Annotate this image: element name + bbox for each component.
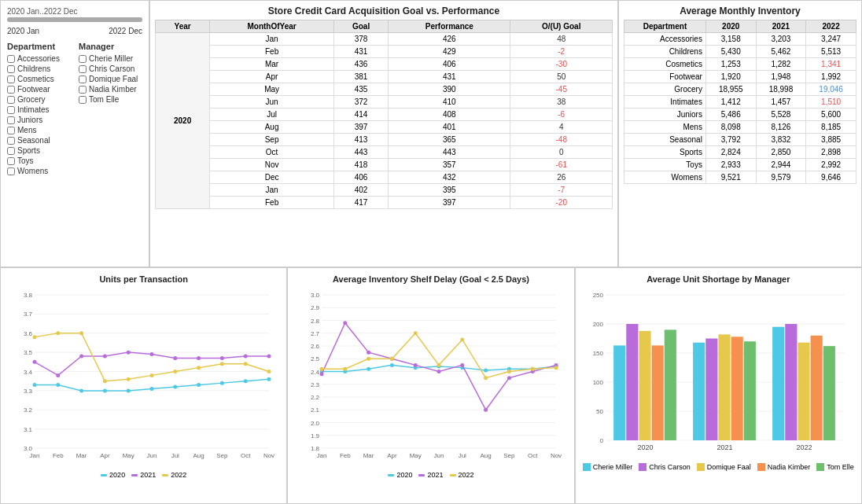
cb-tomelle[interactable]: Tom Elle bbox=[79, 95, 142, 104]
delay-dot-2020 bbox=[388, 474, 394, 476]
table-cell: Feb bbox=[210, 197, 334, 209]
table-cell: 50 bbox=[510, 71, 613, 83]
cb-mens[interactable]: Mens bbox=[7, 126, 71, 134]
svg-text:Jan: Jan bbox=[30, 452, 40, 459]
inv-table-cell: 3,792 bbox=[705, 134, 756, 146]
legend-rect-cherie bbox=[583, 463, 591, 471]
cb-childrens[interactable]: Childrens bbox=[7, 64, 71, 73]
cb-juniors[interactable]: Juniors bbox=[7, 116, 71, 124]
cb-intimates[interactable]: Intimates bbox=[7, 105, 71, 114]
svg-text:1.8: 1.8 bbox=[311, 445, 320, 452]
inv-table-cell: 5,513 bbox=[806, 46, 856, 58]
svg-text:Mar: Mar bbox=[363, 452, 374, 459]
slider-track[interactable] bbox=[7, 17, 142, 22]
table-cell: Jan bbox=[210, 33, 334, 46]
svg-point-35 bbox=[173, 385, 177, 389]
svg-text:150: 150 bbox=[592, 350, 603, 357]
inv-table-cell: 9,646 bbox=[806, 171, 856, 184]
shelf-delay-panel: Average Inventory Shelf Delay (Goal < 2.… bbox=[287, 267, 574, 504]
cb-cosmetics[interactable]: Cosmetics bbox=[7, 75, 71, 83]
table-cell: Nov bbox=[210, 159, 334, 171]
svg-text:Nov: Nov bbox=[263, 452, 274, 459]
svg-point-112 bbox=[367, 351, 370, 355]
shelf-delay-title: Average Inventory Shelf Delay (Goal < 2.… bbox=[294, 274, 567, 284]
cb-sports[interactable]: Sports bbox=[7, 146, 71, 155]
table-cell: 401 bbox=[389, 121, 510, 134]
inv-table-cell: Juniors bbox=[624, 109, 706, 121]
table-cell: 413 bbox=[333, 134, 388, 146]
delay-dot-2021 bbox=[418, 474, 425, 476]
inv-table-cell: 5,430 bbox=[705, 46, 756, 58]
inventory-title: Average Monthly Inventory bbox=[624, 6, 856, 17]
dept-filter-col: Department Accessories Childrens Cosmeti… bbox=[7, 42, 71, 177]
cb-chris[interactable]: Chris Carson bbox=[79, 64, 142, 73]
filter-columns: Department Accessories Childrens Cosmeti… bbox=[7, 42, 142, 177]
cb-domique[interactable]: Domique Faal bbox=[79, 75, 142, 83]
date-end: 2022 Dec bbox=[109, 27, 142, 35]
svg-text:3.1: 3.1 bbox=[24, 426, 33, 433]
table-cell: 418 bbox=[333, 159, 388, 171]
cb-nadia[interactable]: Nadia Kimber bbox=[79, 85, 142, 94]
table-cell: 406 bbox=[333, 171, 388, 184]
units-transaction-panel: Units per Transaction 3.03.13.23.33.43.5… bbox=[0, 267, 287, 504]
slider-fill bbox=[7, 17, 142, 22]
cb-grocery[interactable]: Grocery bbox=[7, 95, 71, 104]
table-cell: -6 bbox=[510, 109, 613, 121]
table-cell: May bbox=[210, 83, 334, 96]
table-cell: Jun bbox=[210, 96, 334, 109]
svg-rect-156 bbox=[772, 327, 784, 440]
inventory-panel: Average Monthly Inventory Department 202… bbox=[618, 0, 862, 267]
date-start: 2020 Jan bbox=[7, 27, 39, 35]
table-cell: Aug bbox=[210, 121, 334, 134]
table-cell: 397 bbox=[389, 197, 510, 209]
svg-point-130 bbox=[531, 367, 535, 371]
inv-table-cell: 2,933 bbox=[705, 159, 756, 171]
cb-cherie[interactable]: Cherie Miller bbox=[79, 54, 142, 63]
inv-table-cell: 1,510 bbox=[806, 96, 856, 109]
svg-text:Apr: Apr bbox=[100, 452, 110, 459]
inv-table-cell: 2,824 bbox=[705, 146, 756, 159]
cb-footwear[interactable]: Footwear bbox=[7, 85, 71, 94]
svg-point-32 bbox=[103, 388, 107, 392]
cb-accessories[interactable]: Accessories bbox=[7, 54, 71, 63]
svg-text:50: 50 bbox=[596, 408, 603, 415]
inv-table-cell: 3,885 bbox=[806, 134, 856, 146]
inv-table-cell: 1,282 bbox=[756, 58, 806, 71]
svg-point-106 bbox=[484, 368, 488, 372]
slider-range-label: 2020 Jan..2022 Dec bbox=[7, 7, 78, 16]
cb-toys[interactable]: Toys bbox=[7, 156, 71, 165]
inv-table-cell: Grocery bbox=[624, 83, 706, 96]
table-cell: -45 bbox=[510, 83, 613, 96]
svg-point-60 bbox=[244, 362, 248, 366]
table-cell: 417 bbox=[333, 197, 388, 209]
svg-point-49 bbox=[244, 355, 248, 359]
inventory-table: Department 2020 2021 2022 Accessories3,1… bbox=[624, 20, 856, 184]
cb-womens[interactable]: Womens bbox=[7, 167, 71, 175]
table-cell: 406 bbox=[389, 58, 510, 71]
svg-point-110 bbox=[320, 372, 324, 376]
inv-table-cell: Intimates bbox=[624, 96, 706, 109]
inv-table-cell: 2,850 bbox=[756, 146, 806, 159]
legend-dot-2022 bbox=[162, 474, 168, 476]
inv-table-cell: 18,955 bbox=[705, 83, 756, 96]
delay-legend-2020: 2020 bbox=[388, 471, 412, 479]
table-cell: -48 bbox=[510, 134, 613, 146]
col-month: MonthOfYear bbox=[210, 20, 334, 33]
svg-text:2.8: 2.8 bbox=[311, 318, 320, 325]
inv-table-cell: 9,579 bbox=[756, 171, 806, 184]
table-cell: 378 bbox=[333, 33, 388, 46]
table-cell: 414 bbox=[333, 109, 388, 121]
svg-point-59 bbox=[220, 362, 224, 366]
svg-rect-153 bbox=[731, 337, 742, 440]
svg-point-50 bbox=[267, 355, 271, 359]
inv-table-cell: 1,253 bbox=[705, 58, 756, 71]
cb-seasonal[interactable]: Seasonal bbox=[7, 136, 71, 145]
table-cell: -7 bbox=[510, 184, 613, 197]
svg-rect-160 bbox=[823, 346, 834, 440]
inv-table-cell: 1,412 bbox=[705, 96, 756, 109]
table-cell: 397 bbox=[333, 121, 388, 134]
units-transaction-title: Units per Transaction bbox=[7, 274, 280, 284]
svg-rect-144 bbox=[613, 345, 625, 440]
svg-rect-151 bbox=[705, 339, 717, 441]
svg-text:3.4: 3.4 bbox=[24, 369, 33, 376]
